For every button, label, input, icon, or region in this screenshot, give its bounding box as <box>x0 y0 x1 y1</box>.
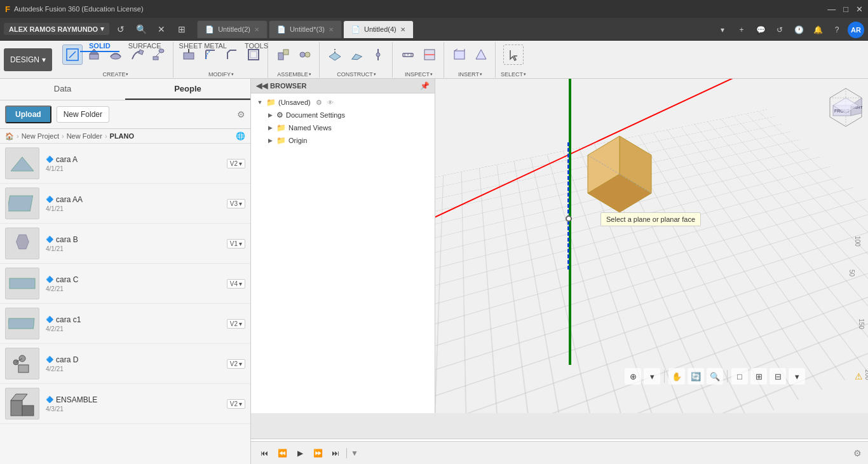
breadcrumb-globe-icon[interactable]: 🌐 <box>236 132 245 140</box>
sync-button[interactable]: ↺ <box>771 22 788 38</box>
create-label-btn[interactable]: CREATE ▾ <box>103 71 129 78</box>
tree-origin[interactable]: ▶ 📁 Origin <box>251 134 435 147</box>
tree-expand-root[interactable]: ▼ <box>256 99 264 106</box>
file-item-cara-d[interactable]: 🔷 cara D 4/2/21 V2 ▾ <box>0 344 250 384</box>
playback-settings-button[interactable]: ⚙ <box>853 448 862 458</box>
file-item-cara-aa[interactable]: 🔷 cara AA 4/1/21 V3 ▾ <box>0 184 250 224</box>
select-button[interactable] <box>503 44 524 65</box>
version-caret: ▾ <box>239 360 242 367</box>
file-version-cara-aa[interactable]: V3 ▾ <box>227 199 245 208</box>
close-panel-button[interactable]: ✕ <box>153 20 170 38</box>
display-mode-button[interactable]: □ <box>731 368 748 385</box>
tree-expand-origin[interactable]: ▶ <box>266 137 274 144</box>
tree-root[interactable]: ▼ 📁 (Unsaved) ⚙ 👁 <box>251 96 435 109</box>
tab-close[interactable]: ✕ <box>254 26 259 33</box>
inspect-label-btn[interactable]: INSPECT ▾ <box>405 71 433 78</box>
mode-tab-sheet-metal[interactable]: SHEET METAL <box>170 41 236 52</box>
upload-button[interactable]: Upload <box>5 106 51 123</box>
help-button[interactable]: ? <box>829 22 845 38</box>
browser-pin-button[interactable]: 📌 <box>420 81 430 90</box>
tab-untitled2[interactable]: 📄 Untitled(2) ✕ <box>197 20 268 38</box>
file-version-cara-a[interactable]: V2 ▾ <box>227 159 245 168</box>
tree-settings-icon[interactable]: ⚙ <box>316 99 322 107</box>
panel-tab-people[interactable]: People <box>125 79 250 100</box>
search-button[interactable]: 🔍 <box>132 20 150 38</box>
tree-expand-views[interactable]: ▶ <box>266 124 274 132</box>
mode-tab-surface[interactable]: SURFACE <box>119 41 170 52</box>
grid-toggle-button[interactable]: ⊞ <box>750 368 767 385</box>
history-button[interactable]: 🕐 <box>790 22 807 38</box>
panel-tab-data[interactable]: Data <box>0 79 125 100</box>
construct-label-btn[interactable]: CONSTRUCT ▾ <box>337 71 376 78</box>
file-item-cara-b[interactable]: 🔷 cara B 4/1/21 V1 ▾ <box>0 224 250 264</box>
playback-filter-button[interactable]: ▼ <box>351 449 358 458</box>
file-version-cara-c[interactable]: V4 ▾ <box>227 279 245 289</box>
insert-label-btn[interactable]: INSERT ▾ <box>458 71 482 78</box>
tab-close[interactable]: ✕ <box>329 26 334 33</box>
view-grid-button[interactable]: ⊟ <box>770 368 786 385</box>
file-version-cara-d[interactable]: V2 ▾ <box>227 359 245 369</box>
joint-button[interactable] <box>295 44 315 65</box>
tree-expand-doc[interactable]: ▶ <box>266 111 274 119</box>
file-item-cara-a[interactable]: 🔷 cara A 4/1/21 V2 ▾ <box>0 144 250 184</box>
design-button[interactable]: DESIGN ▾ <box>4 48 52 71</box>
playback-prev-button[interactable]: ⏪ <box>275 446 289 460</box>
mode-tab-solid[interactable]: SOLID <box>80 41 119 52</box>
cube-navigator[interactable]: FRONT RIGHT <box>824 85 862 123</box>
title-controls[interactable]: — □ ✕ <box>827 4 863 14</box>
file-version-ensamble[interactable]: V2 ▾ <box>227 399 245 409</box>
modify-label-btn[interactable]: MODIFY ▾ <box>208 71 234 78</box>
grid-menu-button[interactable]: ⊞ <box>173 20 191 38</box>
playback-play-button[interactable]: ▶ <box>293 446 307 460</box>
breadcrumb-home[interactable]: 🏠 <box>5 132 14 140</box>
tab-icon: 📄 <box>205 25 214 34</box>
tab-untitled4[interactable]: 📄 Untitled(4) ✕ <box>343 20 414 38</box>
insert-canvas-button[interactable] <box>449 44 470 65</box>
assemble-label-btn[interactable]: ASSEMBLE ▾ <box>277 71 311 78</box>
comment-button[interactable]: 💬 <box>752 22 769 38</box>
new-folder-button[interactable]: New Folder <box>57 106 109 123</box>
pan-button[interactable]: ✋ <box>668 368 685 385</box>
close-button[interactable]: ✕ <box>856 4 863 14</box>
settings-icon[interactable]: ⚙ <box>237 109 245 119</box>
playback-first-button[interactable]: ⏮ <box>257 446 271 460</box>
notifications-button[interactable]: 🔔 <box>810 22 826 38</box>
app-title: Autodesk Fusion 360 (Education License) <box>14 5 144 13</box>
viewport-3d[interactable]: Select a plane or planar face 50 100 150… <box>435 79 868 413</box>
tab-untitled3[interactable]: 📄 Untitled*(3) ✕ <box>269 20 342 38</box>
zoom-fit-button[interactable]: ⊕ <box>625 368 641 385</box>
decal-button[interactable] <box>471 44 491 65</box>
user-menu[interactable]: ALEX RAMOS RAYMUNDO ▾ <box>4 23 109 35</box>
zoom-button[interactable]: 🔍 <box>707 368 723 385</box>
file-item-cara-c1[interactable]: 🔷 cara c1 4/2/21 V2 ▾ <box>0 304 250 344</box>
tree-doc-settings[interactable]: ▶ ⚙ Document Settings <box>251 109 435 121</box>
playback-next-button[interactable]: ⏩ <box>311 446 325 460</box>
file-version-cara-b[interactable]: V1 ▾ <box>227 239 245 249</box>
file-item-cara-c[interactable]: 🔷 cara C 4/2/21 V4 ▾ <box>0 264 250 304</box>
zoom-dropdown-button[interactable]: ▾ <box>644 368 660 385</box>
tree-named-views[interactable]: ▶ 📁 Named Views <box>251 121 435 134</box>
axis-button[interactable] <box>368 44 388 65</box>
plane-at-angle-button[interactable] <box>346 44 367 65</box>
tab-close[interactable]: ✕ <box>400 26 405 33</box>
offset-plane-button[interactable] <box>325 44 345 65</box>
orbit-button[interactable]: 🔄 <box>688 368 704 385</box>
tree-eye-icon[interactable]: 👁 <box>327 99 334 106</box>
avatar[interactable]: AR <box>848 22 864 38</box>
file-version-cara-c1[interactable]: V2 ▾ <box>227 319 245 329</box>
minimize-button[interactable]: — <box>827 4 836 14</box>
more-display-button[interactable]: ▾ <box>789 368 805 385</box>
breadcrumb-new-folder[interactable]: New Folder <box>67 132 102 140</box>
playback-last-button[interactable]: ⏭ <box>329 446 342 460</box>
browser-collapse-button[interactable]: ◀◀ <box>256 81 268 90</box>
mode-tab-tools[interactable]: TOOLS <box>236 41 277 52</box>
breadcrumb-new-project[interactable]: New Project <box>22 132 59 140</box>
refresh-button[interactable]: ↺ <box>112 20 130 38</box>
measure-button[interactable] <box>398 44 418 65</box>
maximize-button[interactable]: □ <box>843 4 848 14</box>
file-item-ensamble[interactable]: 🔷 ENSAMBLE 4/3/21 V2 ▾ <box>0 384 250 424</box>
new-tab-button[interactable]: + <box>733 22 750 38</box>
tab-dropdown[interactable]: ▾ <box>714 22 731 38</box>
section-analysis-button[interactable] <box>419 44 440 65</box>
select-label-btn[interactable]: SELECT ▾ <box>501 71 526 78</box>
